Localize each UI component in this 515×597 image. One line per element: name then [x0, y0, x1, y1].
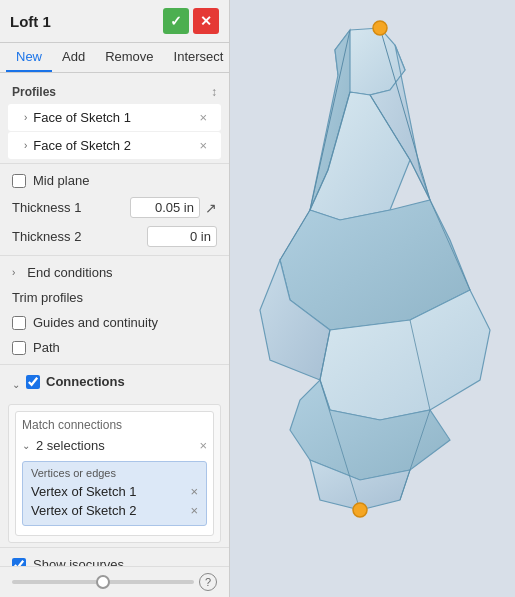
slider-row: ? — [0, 566, 229, 597]
profile-close-2[interactable]: × — [197, 136, 209, 155]
profile-label-1: Face of Sketch 1 — [33, 110, 197, 125]
title-bar: Loft 1 ✓ ✕ — [0, 0, 229, 43]
end-conditions-row[interactable]: › End conditions — [0, 260, 229, 285]
top-anchor-point[interactable] — [373, 21, 387, 35]
thickness1-row: Thickness 1 ↗ — [0, 193, 229, 222]
panel-title: Loft 1 — [10, 13, 51, 30]
vertex-name-2: Vertex of Sketch 2 — [31, 503, 137, 518]
tab-new[interactable]: New — [6, 43, 52, 72]
divider-4 — [0, 547, 229, 548]
connections-header: Connections — [26, 374, 125, 389]
trim-profiles-row[interactable]: Trim profiles — [0, 285, 229, 310]
path-label: Path — [33, 340, 60, 355]
tab-add[interactable]: Add — [52, 43, 95, 72]
profile-close-1[interactable]: × — [197, 108, 209, 127]
tab-intersect[interactable]: Intersect — [164, 43, 230, 72]
slider-thumb[interactable] — [96, 575, 110, 589]
thickness2-value — [147, 226, 217, 247]
profile-item-2[interactable]: › Face of Sketch 2 × — [8, 132, 221, 159]
chevron-right-icon-2: › — [24, 140, 27, 151]
guides-continuity-row[interactable]: Guides and continuity — [0, 310, 229, 335]
vertex-name-1: Vertex of Sketch 1 — [31, 484, 137, 499]
thickness1-label: Thickness 1 — [12, 200, 81, 215]
bottom-anchor-point[interactable] — [353, 503, 367, 517]
sort-icon[interactable]: ↕ — [211, 85, 217, 99]
profiles-section: Profiles ↕ › Face of Sketch 1 × › Face o… — [0, 81, 229, 159]
show-isocurves-row[interactable]: Show isocurves — [0, 552, 229, 566]
end-conditions-chevron: › — [12, 267, 15, 278]
show-isocurves-checkbox[interactable] — [12, 558, 26, 567]
vertex-close-1[interactable]: × — [190, 484, 198, 499]
slider-track[interactable] — [12, 580, 194, 584]
cancel-button[interactable]: ✕ — [193, 8, 219, 34]
vertex-box: Vertices or edges Vertex of Sketch 1 × V… — [22, 461, 207, 526]
divider-1 — [0, 163, 229, 164]
vertex-type-label: Vertices or edges — [31, 467, 198, 479]
guides-continuity-label: Guides and continuity — [33, 315, 158, 330]
selections-chevron-icon: ⌄ — [22, 440, 30, 451]
trim-profiles-label: Trim profiles — [12, 290, 83, 305]
tabs-bar: New Add Remove Intersect ▲ — [0, 43, 229, 73]
connections-section: ⌄ Connections Match connections ⌄ 2 sele… — [0, 369, 229, 543]
profile-item-1[interactable]: › Face of Sketch 1 × — [8, 104, 221, 131]
vertex-item-2[interactable]: Vertex of Sketch 2 × — [31, 501, 198, 520]
match-connections-section: Match connections ⌄ 2 selections × Verti… — [15, 411, 214, 536]
3d-viewport[interactable] — [230, 0, 515, 597]
mid-plane-row[interactable]: Mid plane — [0, 168, 229, 193]
vertex-item-1[interactable]: Vertex of Sketch 1 × — [31, 482, 198, 501]
thickness2-label: Thickness 2 — [12, 229, 81, 244]
guides-continuity-checkbox[interactable] — [12, 316, 26, 330]
match-connections-label: Match connections — [22, 418, 207, 432]
selections-row[interactable]: ⌄ 2 selections × — [22, 436, 207, 455]
connections-checkbox[interactable] — [26, 375, 40, 389]
title-buttons: ✓ ✕ — [163, 8, 219, 34]
panel-body: Profiles ↕ › Face of Sketch 1 × › Face o… — [0, 73, 229, 566]
chevron-right-icon-1: › — [24, 112, 27, 123]
selections-count: 2 selections — [36, 438, 105, 453]
path-checkbox[interactable] — [12, 341, 26, 355]
profiles-label: Profiles — [12, 85, 56, 99]
vertex-list: Vertices or edges Vertex of Sketch 1 × V… — [22, 461, 207, 526]
selections-close-icon[interactable]: × — [199, 438, 207, 453]
thickness1-value: ↗ — [130, 197, 217, 218]
tab-remove[interactable]: Remove — [95, 43, 163, 72]
3d-shape-svg — [250, 10, 515, 570]
connections-inner: Match connections ⌄ 2 selections × Verti… — [8, 404, 221, 543]
thickness1-arrow-icon[interactable]: ↗ — [205, 200, 217, 216]
profiles-header: Profiles ↕ — [0, 81, 229, 103]
vertex-close-2[interactable]: × — [190, 503, 198, 518]
profile-label-2: Face of Sketch 2 — [33, 138, 197, 153]
divider-2 — [0, 255, 229, 256]
thickness2-input[interactable] — [147, 226, 217, 247]
show-isocurves-label: Show isocurves — [33, 557, 124, 566]
connections-chevron-icon: ⌄ — [12, 379, 20, 390]
help-icon[interactable]: ? — [199, 573, 217, 591]
divider-3 — [0, 364, 229, 365]
mid-plane-label: Mid plane — [33, 173, 89, 188]
end-conditions-label: End conditions — [27, 265, 112, 280]
path-row[interactable]: Path — [0, 335, 229, 360]
connections-label: Connections — [46, 374, 125, 389]
mid-plane-checkbox[interactable] — [12, 174, 26, 188]
thickness1-input[interactable] — [130, 197, 200, 218]
connections-expand-row[interactable]: ⌄ Connections — [0, 369, 229, 400]
loft-panel: Loft 1 ✓ ✕ New Add Remove Intersect ▲ Pr… — [0, 0, 230, 597]
thickness2-row: Thickness 2 — [0, 222, 229, 251]
confirm-button[interactable]: ✓ — [163, 8, 189, 34]
